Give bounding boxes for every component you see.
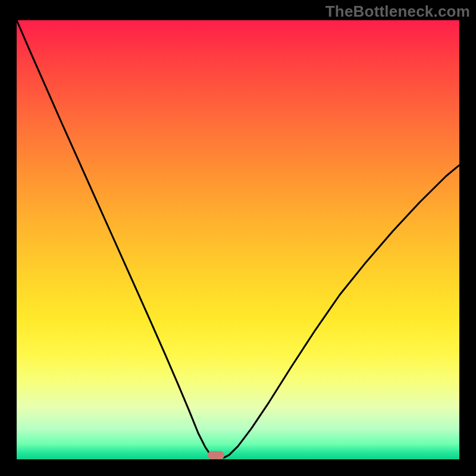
watermark-text: TheBottleneck.com <box>325 2 470 21</box>
plot-area <box>17 20 459 459</box>
valley-marker <box>208 451 224 459</box>
chart-frame: TheBottleneck.com <box>0 0 476 476</box>
bottleneck-curve <box>17 20 459 459</box>
curve-path <box>17 20 459 458</box>
